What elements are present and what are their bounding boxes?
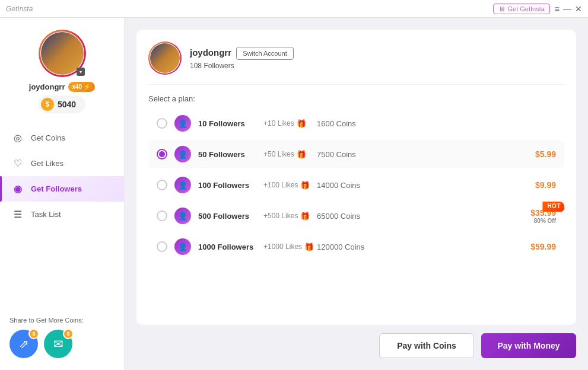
pay-with-money-button[interactable]: Pay with Money (481, 333, 576, 358)
sidebar-item-label: Task List (31, 210, 61, 219)
share-badge: $ (28, 328, 39, 339)
get-getinsta-button[interactable]: 🖥 Get GetInsta (493, 4, 549, 14)
sidebar-username: joydongrr (29, 82, 65, 91)
nav-items: ◎ Get Coins ♡ Get Likes ◉ Get Followers … (0, 125, 124, 310)
sidebar-item-get-coins[interactable]: ◎ Get Coins (0, 125, 124, 151)
coin-icon: $ (41, 98, 54, 111)
sidebar-item-get-followers[interactable]: ◉ Get Followers (0, 176, 124, 202)
menu-icon[interactable]: ≡ (555, 5, 560, 13)
plan-likes: +100 Likes 🎁 (263, 181, 317, 190)
email-badge: $ (63, 328, 74, 339)
plan-coins: 7500 Coins (317, 150, 520, 159)
close-button[interactable]: ✕ (575, 5, 582, 13)
share-label: Share to Get More Coins: (9, 317, 115, 324)
monitor-icon: 🖥 (498, 5, 505, 12)
followers-nav-icon: ◉ (12, 183, 24, 194)
title-bar-controls: 🖥 Get GetInsta ≡ — ✕ (493, 4, 582, 14)
boost-badge: x40 ⚡ (68, 82, 95, 92)
followers-count: 108 Followers (190, 62, 294, 70)
plan-radio[interactable] (157, 149, 167, 160)
plan-icon: 👤 (174, 208, 191, 224)
coins-row: $ 5040 (39, 95, 85, 113)
plan-likes: +500 Likes 🎁 (263, 212, 317, 221)
plan-price: $5.99 (520, 149, 556, 159)
app-name: GetInsta (6, 5, 33, 13)
plan-likes: +1000 Likes 🎁 (263, 243, 317, 251)
plan-coins: 1600 Coins (317, 119, 520, 128)
minimize-button[interactable]: — (563, 5, 571, 13)
plan-icon: 👤 (174, 115, 191, 132)
plan-name: 500 Followers (198, 212, 263, 221)
plan-radio[interactable] (157, 241, 167, 252)
sidebar-item-label: Get Likes (31, 159, 63, 168)
sidebar-item-label: Get Followers (31, 184, 82, 193)
share-social-button[interactable]: ⇗ $ (9, 330, 38, 358)
tasklist-nav-icon: ☰ (12, 209, 24, 220)
plan-coins: 14000 Coins (317, 181, 520, 190)
sidebar-item-label: Get Coins (31, 133, 65, 142)
hot-badge: HOT (542, 202, 564, 212)
plan-radio[interactable] (157, 210, 167, 221)
plan-icon: 👤 (174, 177, 191, 193)
email-icon: ✉ (53, 337, 63, 351)
profile-info: joydongrr Switch Account 108 Followers (190, 47, 294, 70)
window-controls: ≡ — ✕ (555, 5, 582, 13)
sidebar: ▾ joydongrr x40 ⚡ $ 5040 ◎ Get Coins ♡ G… (0, 18, 125, 370)
main-card: joydongrr Switch Account 108 Followers S… (136, 30, 576, 325)
plan-name: 1000 Followers (198, 243, 263, 251)
plan-name: 10 Followers (198, 119, 263, 128)
main-content: joydongrr Switch Account 108 Followers S… (125, 18, 588, 370)
plan-coins: 120000 Coins (317, 243, 520, 251)
footer-buttons: Pay with Coins Pay with Money (136, 325, 576, 358)
likes-nav-icon: ♡ (12, 158, 24, 169)
plan-price: $9.99 (520, 180, 556, 190)
gift-icon: 🎁 (297, 119, 306, 128)
coins-amount: 5040 (58, 100, 76, 109)
lightning-icon: ⚡ (83, 83, 91, 91)
avatar-wrapper: ▾ (39, 30, 86, 77)
plan-icon: 👤 (174, 238, 191, 255)
plan-price: $59.99 (520, 242, 556, 251)
plan-label: Select a plan: (148, 94, 564, 103)
profile-header: joydongrr Switch Account 108 Followers (148, 42, 564, 85)
plans-list: 👤 10 Followers +10 Likes 🎁 1600 Coins 👤 … (148, 109, 564, 313)
off-label: 80% Off (520, 218, 556, 224)
plan-likes: +50 Likes 🎁 (263, 150, 317, 159)
plan-row[interactable]: 👤 50 Followers +50 Likes 🎁 7500 Coins $5… (148, 140, 564, 168)
gift-icon: 🎁 (304, 243, 314, 251)
share-email-button[interactable]: ✉ $ (44, 330, 72, 358)
coins-nav-icon: ◎ (12, 132, 24, 143)
plan-name: 100 Followers (198, 181, 263, 190)
pay-with-coins-button[interactable]: Pay with Coins (379, 333, 474, 358)
plan-radio[interactable] (157, 118, 167, 129)
plan-row[interactable]: 👤 500 Followers +500 Likes 🎁 65000 Coins… (148, 202, 564, 230)
gift-icon: 🎁 (300, 212, 310, 221)
gift-icon: 🎁 (297, 150, 306, 159)
plan-coins: 65000 Coins (317, 212, 520, 221)
plan-row[interactable]: 👤 1000 Followers +1000 Likes 🎁 120000 Co… (148, 232, 564, 261)
profile-avatar-image (150, 43, 180, 73)
avatar-dropdown-arrow[interactable]: ▾ (77, 68, 85, 76)
plan-row[interactable]: 👤 100 Followers +100 Likes 🎁 14000 Coins… (148, 171, 564, 199)
profile-username: joydongrr Switch Account (190, 47, 294, 60)
sidebar-item-task-list[interactable]: ☰ Task List (0, 202, 124, 227)
profile-avatar (148, 42, 182, 75)
sidebar-item-get-likes[interactable]: ♡ Get Likes (0, 151, 124, 176)
share-section: Share to Get More Coins: ⇗ $ ✉ $ (0, 310, 124, 370)
username-row: joydongrr x40 ⚡ (29, 82, 95, 92)
switch-account-button[interactable]: Switch Account (236, 47, 294, 60)
gift-icon: 🎁 (300, 181, 310, 190)
plan-radio[interactable] (157, 180, 167, 190)
plan-icon: 👤 (174, 146, 191, 162)
plan-row[interactable]: 👤 10 Followers +10 Likes 🎁 1600 Coins (148, 109, 564, 138)
share-icon: ⇗ (19, 337, 29, 351)
plan-name: 50 Followers (198, 150, 263, 159)
share-buttons: ⇗ $ ✉ $ (9, 330, 115, 358)
title-bar: GetInsta 🖥 Get GetInsta ≡ — ✕ (0, 0, 588, 18)
plan-likes: +10 Likes 🎁 (263, 119, 317, 128)
